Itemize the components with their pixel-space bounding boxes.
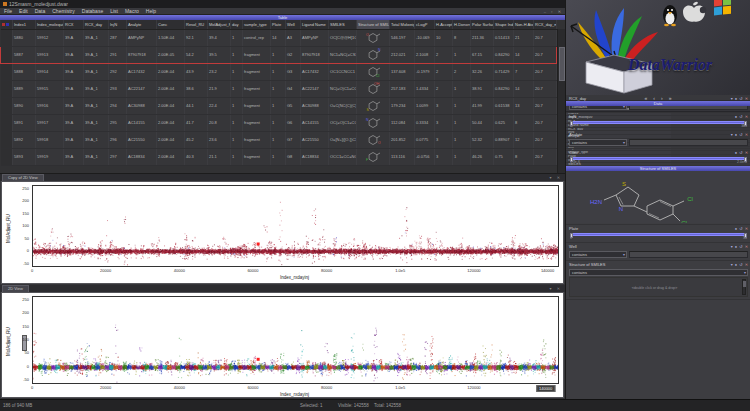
slider-handle-max[interactable] — [744, 121, 747, 126]
table-row[interactable]: 58935991939.A39.A_1297AC188342.00E-0440.… — [1, 148, 557, 165]
structure-viewer[interactable]: S N H2N Cl Cl — [566, 171, 750, 223]
filter-menu-icon[interactable]: ▾ — [731, 132, 733, 138]
col-header-analyte[interactable]: Analyte — [127, 20, 157, 29]
filter-reset-icon[interactable]: ↺ — [739, 244, 742, 250]
structure-scrollbar[interactable] — [742, 279, 746, 295]
filter-close-icon[interactable]: ✕ — [745, 150, 748, 156]
slider-handle-min[interactable] — [570, 157, 573, 162]
filter-text-input[interactable] — [629, 251, 748, 258]
filter-close-icon[interactable]: ✕ — [745, 226, 748, 232]
filter-mode-select[interactable]: contains▾ — [569, 251, 627, 258]
table-row[interactable]: 58905991639.A39.A_1294AC309882.00E-0444.… — [1, 97, 557, 114]
col-header-polar-surface-area[interactable]: Polar Surface Area — [471, 20, 494, 29]
table-cell: fragment — [243, 63, 271, 80]
filter-reset-icon[interactable]: ↺ — [739, 226, 742, 232]
window-controls[interactable]: – ▫ ✕ — [544, 8, 563, 15]
filter-reset-icon[interactable]: ↺ — [739, 150, 742, 156]
table-row[interactable]: 58915991739.A39.A_1295AC141552.00E-0441.… — [1, 114, 557, 131]
row-marker[interactable] — [1, 29, 13, 46]
filter-animate-icon[interactable]: ● — [735, 150, 737, 156]
filter-menu-icon[interactable]: ▾ — [731, 244, 733, 250]
col-header-day[interactable]: day — [231, 20, 243, 29]
row-marker[interactable] — [1, 46, 13, 63]
col-header-clogp[interactable]: cLogP — [415, 20, 435, 29]
filter-close-icon[interactable]: ✕ — [745, 132, 748, 138]
filter-reset-icon[interactable]: ↺ — [739, 132, 742, 138]
col-header-well[interactable]: Well — [286, 20, 301, 29]
menu-file[interactable]: File — [4, 8, 12, 14]
title-bar[interactable]: 12Smasm_moledjust.dwar — [0, 0, 565, 8]
menu-help[interactable]: Help — [146, 8, 156, 14]
row-marker[interactable] — [1, 131, 13, 148]
col-header-smiles[interactable]: SMILES — [329, 20, 357, 29]
filter-reset-icon[interactable]: ↺ — [739, 114, 742, 120]
scatter-canvas-2[interactable] — [32, 296, 559, 384]
plot1-view-controls[interactable]: ▾ ✕ — [550, 174, 562, 181]
table-row[interactable]: 58885991439.A39.A_1292AC174322.00E-0443.… — [1, 63, 557, 80]
menu-database[interactable]: Database — [82, 8, 103, 14]
col-header-rcx-day-med[interactable]: RCX_day_med — [534, 20, 557, 29]
col-header-index1[interactable]: Index1 — [13, 20, 36, 29]
detail-data-header[interactable]: Data — [566, 101, 750, 106]
filter-animate-icon[interactable]: ● — [735, 244, 737, 250]
row-marker[interactable] — [1, 80, 13, 97]
col-header-h-acceptors[interactable]: H-Acceptors — [435, 20, 453, 29]
row-marker[interactable] — [1, 97, 13, 114]
slider-handle-min[interactable] — [570, 233, 573, 238]
col-header-structure-of-smiles[interactable]: Structure of SMILES — [357, 20, 390, 29]
menu-edit[interactable]: Edit — [19, 8, 28, 14]
col-header-plate[interactable]: Plate — [271, 20, 286, 29]
col-header-ligand-name[interactable]: Ligand Name — [301, 20, 329, 29]
filter-slider-track[interactable] — [570, 157, 747, 160]
col-header-moladjust-ru[interactable]: MolAdjust_RU — [208, 20, 231, 29]
table-scrollbar[interactable] — [557, 29, 565, 173]
filter-text-input[interactable] — [629, 139, 748, 146]
filter-menu-icon[interactable]: ▾ — [731, 262, 733, 268]
structure-filter-mode-select[interactable]: contains▾ — [569, 269, 748, 276]
menu-chemistry[interactable]: Chemistry — [52, 8, 75, 14]
filter-close-icon[interactable]: ✕ — [745, 262, 748, 268]
col-header-resol-ru[interactable]: Resol_RU — [185, 20, 208, 29]
filter-reset-icon[interactable]: ↺ — [739, 262, 742, 268]
slider-handle-max[interactable] — [744, 233, 747, 238]
filter-close-icon[interactable]: ✕ — [745, 244, 748, 250]
row-marker[interactable] — [1, 148, 13, 165]
menu-data[interactable]: Data — [35, 8, 46, 14]
row-marker[interactable] — [1, 63, 13, 80]
plot2-view-controls[interactable]: ▾ ✕ — [550, 285, 562, 292]
row-marker[interactable] — [1, 114, 13, 131]
table-row[interactable]: 58925991839.A39.A_1296AC215502.00E-0445.… — [1, 131, 557, 148]
structure-drop-area[interactable]: <double click or drag & drop> — [569, 277, 748, 297]
col-header-conc[interactable]: Conc — [157, 20, 185, 29]
col-header-rcx[interactable]: RCX — [64, 20, 84, 29]
col-header-non-h-atoms[interactable]: Non-H Atoms — [514, 20, 534, 29]
filter-label: Plate — [569, 226, 578, 232]
col-header-shape-index[interactable]: Shape Index — [494, 20, 514, 29]
col-header-total-molweight[interactable]: Total Molweight — [390, 20, 415, 29]
table-row[interactable]: 58895991539.A39.A_1293AC221472.00E-0438.… — [1, 80, 557, 97]
menu-macro[interactable]: Macro — [125, 8, 139, 14]
table-row[interactable]: 58805991239.A39.A_1287AMPyNP1.50E-0492.1… — [1, 29, 557, 46]
table-cell: AMPyNP — [127, 29, 157, 46]
col-header-index-molequiv[interactable]: Index_molequiv — [36, 20, 64, 29]
table-cell: 20.7 — [534, 148, 557, 165]
filter-slider-track[interactable] — [570, 121, 747, 124]
filter-animate-icon[interactable]: ● — [735, 132, 737, 138]
filter-animate-icon[interactable]: ● — [735, 226, 737, 232]
filter-close-icon[interactable]: ✕ — [745, 114, 748, 120]
filter-mode-select[interactable]: contains▾ — [569, 139, 627, 146]
col-header-rcx-day[interactable]: RCX_day — [84, 20, 109, 29]
col-header-sample-type[interactable]: sample_type — [243, 20, 271, 29]
col-header-h-donors[interactable]: H-Donors — [453, 20, 471, 29]
filter-animate-icon[interactable]: ● — [735, 114, 737, 120]
menu-list[interactable]: List — [110, 8, 118, 14]
col-header-injn[interactable]: InjN — [109, 20, 127, 29]
slider-handle-min[interactable] — [570, 121, 573, 126]
scatter-canvas-1[interactable] — [32, 185, 559, 267]
table-row[interactable]: 58875991339.A39.A_1291879079182.00E-0554… — [1, 46, 557, 63]
plot2-tab[interactable]: 2D View — [2, 285, 29, 292]
plot1-tab[interactable]: Copy of 2D View — [2, 174, 44, 181]
slider-handle-max[interactable] — [744, 157, 747, 162]
filter-animate-icon[interactable]: ● — [735, 262, 737, 268]
filter-slider-track[interactable] — [570, 233, 747, 236]
